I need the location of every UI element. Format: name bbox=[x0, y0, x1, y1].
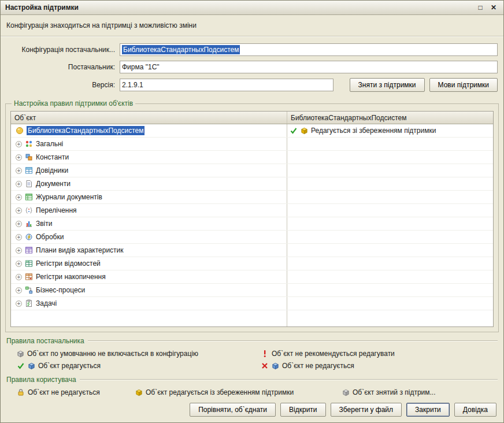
tree-row-label: Плани видів характеристик bbox=[36, 246, 124, 254]
titlebar[interactable]: Настройка підтримки □ ✕ bbox=[1, 1, 503, 15]
table-empty-area[interactable] bbox=[11, 310, 493, 326]
support-status-text: Конфігурація знаходиться на підтримці з … bbox=[1, 15, 503, 36]
tree-row-root[interactable]: БиблиотекаСтандартныхПодсистем Редагуєть… bbox=[11, 124, 493, 138]
window-title: Настройка підтримки bbox=[5, 3, 472, 12]
support-languages-button[interactable]: Мови підтримки bbox=[429, 78, 498, 92]
divider-line bbox=[88, 340, 498, 342]
vendor-config-label: Конфігурація постачальник... bbox=[6, 46, 120, 54]
remove-support-button[interactable]: Зняти з підтримки bbox=[350, 78, 425, 92]
open-button[interactable]: Відкрити bbox=[280, 403, 326, 417]
expand-icon[interactable]: + bbox=[16, 221, 22, 227]
expand-icon[interactable]: + bbox=[16, 274, 22, 280]
legend-item-editable: Об`єкт редагується bbox=[17, 362, 261, 370]
check-icon bbox=[290, 127, 298, 135]
yellow-cube-icon bbox=[135, 389, 143, 396]
tree-row[interactable]: + Задачі bbox=[11, 297, 493, 310]
vendor-config-value: БиблиотекаСтандартныхПодсистем bbox=[122, 45, 240, 54]
close-icon[interactable]: ✕ bbox=[488, 3, 499, 12]
support-settings-dialog: Настройка підтримки □ ✕ Конфігурація зна… bbox=[0, 0, 504, 423]
tree-row-label: Бізнес-процеси bbox=[36, 286, 85, 294]
characteristic-types-icon bbox=[25, 246, 33, 254]
vendor-config-input[interactable]: БиблиотекаСтандартныхПодсистем bbox=[120, 43, 498, 56]
tree-row[interactable]: + Плани видів характеристик bbox=[11, 244, 493, 257]
provider-rules-title: Правила постачальника bbox=[6, 337, 84, 345]
user-rules-title: Правила користувача bbox=[6, 376, 76, 384]
business-processes-icon bbox=[25, 286, 33, 294]
gray-cube-icon bbox=[17, 350, 24, 358]
supplier-input[interactable]: Фирма "1С" bbox=[120, 61, 498, 73]
tree-row-label: Задачі bbox=[36, 299, 57, 307]
user-rules-legend: Об`єкт не редагується Об`єкт редагується… bbox=[1, 384, 503, 398]
help-button[interactable]: Довідка bbox=[454, 403, 496, 417]
legend-label: Об`єкт редагується із збереженням підтри… bbox=[146, 388, 294, 396]
tree-row-label: Константи bbox=[36, 153, 69, 161]
version-input[interactable]: 2.1.9.1 bbox=[120, 79, 333, 91]
constants-icon bbox=[25, 153, 33, 161]
expand-icon[interactable]: + bbox=[16, 141, 22, 147]
document-journals-icon bbox=[25, 193, 33, 201]
tree-row[interactable]: + Константи bbox=[11, 151, 493, 164]
tree-row-label: Регістри накопичення bbox=[36, 273, 106, 281]
expand-icon[interactable]: + bbox=[16, 287, 22, 294]
tree-row[interactable]: + Обробки bbox=[11, 231, 493, 244]
object-rules-groupbox: Настройка правил підтримки об'єктів Об`є… bbox=[5, 103, 499, 332]
accumulation-registers-icon bbox=[25, 273, 33, 281]
legend-item-user-removed-from-support: Об`єкт знятий з підтрим... bbox=[342, 388, 499, 396]
expand-icon[interactable]: + bbox=[16, 247, 22, 254]
expand-icon[interactable]: + bbox=[16, 194, 22, 201]
legend-item-user-editable-with-support: Об`єкт редагується із збереженням підтри… bbox=[135, 388, 342, 396]
expand-icon[interactable]: + bbox=[16, 154, 22, 161]
user-rules-section: Правила користувача bbox=[6, 376, 498, 384]
tree-row[interactable]: + Загальні bbox=[11, 138, 493, 151]
catalogs-icon bbox=[25, 166, 33, 175]
tree-row[interactable]: + Регістри відомостей bbox=[11, 257, 493, 270]
tree-row-label: Документи bbox=[36, 180, 71, 188]
table-header: Об`єкт БиблиотекаСтандартныхПодсистем bbox=[11, 112, 493, 124]
legend-item-user-not-editable: Об`єкт не редагується bbox=[17, 388, 135, 396]
supplier-label: Постачальник: bbox=[6, 63, 120, 71]
yellow-cube-icon bbox=[301, 127, 308, 135]
expand-icon[interactable]: + bbox=[16, 207, 22, 214]
expand-icon[interactable]: + bbox=[16, 168, 22, 174]
tree-row-label: Загальні bbox=[36, 140, 63, 148]
provider-rules-section: Правила постачальника bbox=[6, 337, 498, 345]
expand-icon[interactable]: + bbox=[16, 261, 22, 267]
tree-row-label: БиблиотекаСтандартныхПодсистем bbox=[27, 126, 144, 135]
maximize-icon[interactable]: □ bbox=[475, 3, 486, 12]
tree-row-label: Регістри відомостей bbox=[36, 259, 101, 268]
blue-cube-icon bbox=[272, 362, 279, 370]
tree-row[interactable]: + Перелічення bbox=[11, 204, 493, 217]
root-support-status: Редагується зі збереженням підтримки bbox=[311, 127, 436, 135]
data-processors-icon bbox=[25, 233, 33, 241]
legend-label: Об`єкт знятий з підтрим... bbox=[353, 388, 436, 396]
general-icon bbox=[25, 140, 33, 148]
expand-icon[interactable]: + bbox=[16, 181, 22, 187]
subsystem-library-icon bbox=[16, 127, 24, 135]
tree-row[interactable]: + Журнали документів bbox=[11, 191, 493, 204]
tree-row[interactable]: + Бізнес-процеси bbox=[11, 284, 493, 297]
object-rules-table[interactable]: Об`єкт БиблиотекаСтандартныхПодсистем Би… bbox=[10, 111, 494, 327]
tree-row[interactable]: + Звіти bbox=[11, 217, 493, 231]
legend-label: Об`єкт не редагується bbox=[282, 362, 354, 370]
cross-icon bbox=[261, 362, 269, 370]
information-registers-icon bbox=[25, 259, 33, 268]
footer-button-bar: Порівняти, об`єднати Відкрити Зберегти у… bbox=[1, 403, 503, 422]
enumerations-icon bbox=[25, 206, 33, 214]
tree-row[interactable]: + Документи bbox=[11, 177, 493, 191]
tree-row-label: Обробки bbox=[36, 233, 64, 241]
tree-row[interactable]: + Регістри накопичення bbox=[11, 270, 493, 284]
tasks-icon bbox=[25, 299, 33, 307]
compare-merge-button[interactable]: Порівняти, об`єднати bbox=[190, 403, 276, 417]
exclamation-icon bbox=[261, 350, 269, 358]
expand-icon[interactable]: + bbox=[16, 300, 22, 307]
supplier-value: Фирма "1С" bbox=[122, 63, 160, 71]
save-to-file-button[interactable]: Зберегти у файл bbox=[331, 403, 402, 417]
close-button[interactable]: Закрити bbox=[406, 403, 450, 417]
legend-label: Об`єкт редагується bbox=[38, 362, 101, 370]
tree-row[interactable]: + Довідники bbox=[11, 164, 493, 177]
column-header-object[interactable]: Об`єкт bbox=[11, 112, 287, 124]
legend-item-default-not-included: Об`єкт по умовчанню не включається в кон… bbox=[17, 350, 261, 358]
expand-icon[interactable]: + bbox=[16, 234, 22, 240]
lock-icon bbox=[17, 388, 25, 396]
column-header-library[interactable]: БиблиотекаСтандартныхПодсистем bbox=[287, 112, 493, 124]
